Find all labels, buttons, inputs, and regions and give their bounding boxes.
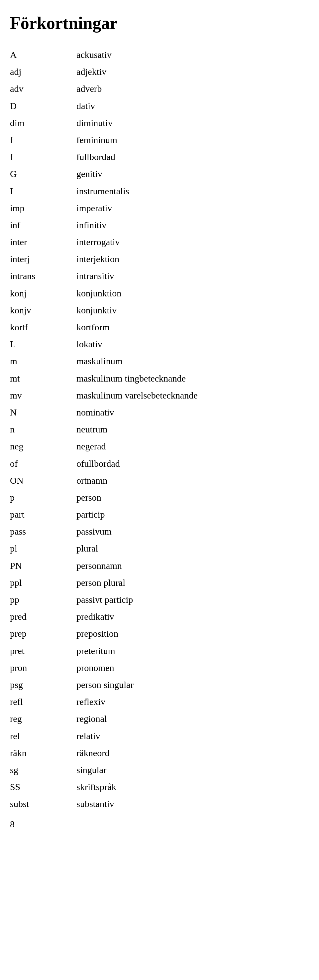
full-form: instrumentalis: [76, 183, 309, 200]
abbreviation: inter: [10, 234, 76, 250]
full-form: person: [76, 489, 309, 506]
abbreviation: prep: [10, 625, 76, 642]
full-form: intransitiv: [76, 267, 309, 285]
full-form: relativ: [76, 727, 309, 745]
table-row: Aackusativ: [10, 46, 309, 63]
abbreviation: D: [10, 97, 76, 115]
table-row: räknräkneord: [10, 745, 309, 762]
abbreviation: kortf: [10, 319, 76, 336]
abbreviation: inf: [10, 216, 76, 234]
table-row: substsubstantiv: [10, 795, 309, 812]
abbreviation: mv: [10, 387, 76, 404]
table-row: sgsingular: [10, 762, 309, 778]
table-row: psgperson singular: [10, 676, 309, 693]
abbreviation: part: [10, 506, 76, 523]
full-form: maskulinum tingbetecknande: [76, 370, 309, 387]
full-form: diminutiv: [76, 115, 309, 131]
abbreviation: sg: [10, 762, 76, 778]
table-row: pperson: [10, 489, 309, 506]
table-row: pronpronomen: [10, 659, 309, 676]
full-form: genitiv: [76, 165, 309, 182]
full-form: neutrum: [76, 421, 309, 438]
full-form: negerad: [76, 438, 309, 455]
full-form: personnamn: [76, 557, 309, 574]
table-row: kortfkortform: [10, 319, 309, 336]
full-form: räkneord: [76, 745, 309, 762]
full-form: interrogativ: [76, 234, 309, 250]
table-row: plplural: [10, 540, 309, 557]
full-form: nominativ: [76, 404, 309, 421]
full-form: reflexiv: [76, 693, 309, 710]
abbreviation: rel: [10, 727, 76, 745]
table-row: pppassivt particip: [10, 591, 309, 608]
table-row: konjvkonjunktiv: [10, 302, 309, 319]
abbreviation: SS: [10, 778, 76, 795]
abbreviation: psg: [10, 676, 76, 693]
abbreviation: I: [10, 183, 76, 200]
table-row: preppreposition: [10, 625, 309, 642]
table-row: ffemininum: [10, 131, 309, 148]
full-form: interjektion: [76, 250, 309, 267]
abbreviation: G: [10, 165, 76, 182]
abbreviation: pass: [10, 523, 76, 540]
table-row: Iinstrumentalis: [10, 183, 309, 200]
full-form: preteritum: [76, 642, 309, 659]
full-form: particip: [76, 506, 309, 523]
abbreviation: adv: [10, 80, 76, 97]
full-form: adverb: [76, 80, 309, 97]
full-form: ortnamn: [76, 472, 309, 489]
abbreviation: neg: [10, 438, 76, 455]
table-row: dimdiminutiv: [10, 115, 309, 131]
table-row: pplperson plural: [10, 574, 309, 591]
full-form: person singular: [76, 676, 309, 693]
full-form: imperativ: [76, 200, 309, 216]
abbreviation: N: [10, 404, 76, 421]
full-form: maskulinum: [76, 353, 309, 369]
table-row: regregional: [10, 710, 309, 727]
abbreviation: of: [10, 455, 76, 472]
page-title: Förkortningar: [10, 13, 309, 33]
table-row: infinfinitiv: [10, 216, 309, 234]
footer-note: 8: [10, 819, 309, 830]
abbreviation: n: [10, 421, 76, 438]
abbreviation: räkn: [10, 745, 76, 762]
full-form: fullbordad: [76, 148, 309, 165]
abbreviation: imp: [10, 200, 76, 216]
table-row: nneutrum: [10, 421, 309, 438]
table-row: PNpersonnamn: [10, 557, 309, 574]
abbreviation: interj: [10, 250, 76, 267]
abbreviation: subst: [10, 795, 76, 812]
table-row: intransintransitiv: [10, 267, 309, 285]
abbreviation: adj: [10, 63, 76, 80]
full-form: konjunktiv: [76, 302, 309, 319]
full-form: singular: [76, 762, 309, 778]
full-form: passivum: [76, 523, 309, 540]
full-form: pronomen: [76, 659, 309, 676]
full-form: femininum: [76, 131, 309, 148]
abbreviation: pred: [10, 608, 76, 625]
abbreviation: refl: [10, 693, 76, 710]
table-row: interinterrogativ: [10, 234, 309, 250]
abbreviation: pron: [10, 659, 76, 676]
table-row: Nnominativ: [10, 404, 309, 421]
full-form: passivt particip: [76, 591, 309, 608]
abbreviations-table: AackusativadjadjektivadvadverbDdativdimd…: [10, 46, 309, 812]
table-row: Ddativ: [10, 97, 309, 115]
full-form: dativ: [76, 97, 309, 115]
abbreviation: ppl: [10, 574, 76, 591]
table-row: ffullbordad: [10, 148, 309, 165]
abbreviation: A: [10, 46, 76, 63]
full-form: person plural: [76, 574, 309, 591]
table-row: interjinterjektion: [10, 250, 309, 267]
abbreviation: pp: [10, 591, 76, 608]
table-row: impimperativ: [10, 200, 309, 216]
table-row: pretpreteritum: [10, 642, 309, 659]
abbreviation: konjv: [10, 302, 76, 319]
full-form: konjunktion: [76, 285, 309, 302]
full-form: maskulinum varelsebetecknande: [76, 387, 309, 404]
full-form: predikativ: [76, 608, 309, 625]
abbreviation: p: [10, 489, 76, 506]
abbreviation: ON: [10, 472, 76, 489]
table-row: Llokativ: [10, 336, 309, 353]
abbreviation: konj: [10, 285, 76, 302]
